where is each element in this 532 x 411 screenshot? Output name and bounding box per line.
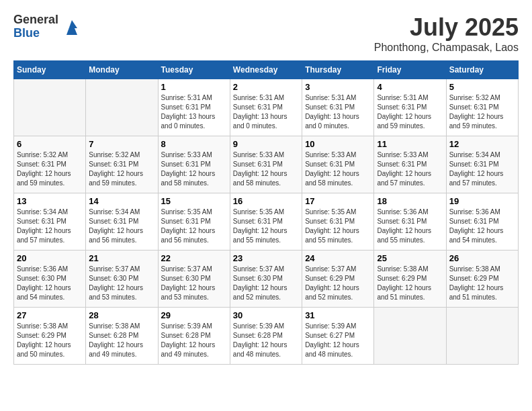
day-info: Sunrise: 5:37 AMSunset: 6:29 PMDaylight:…: [305, 265, 371, 302]
calendar-cell: 16Sunrise: 5:35 AMSunset: 6:31 PMDayligh…: [230, 193, 302, 250]
day-info: Sunrise: 5:36 AMSunset: 6:31 PMDaylight:…: [449, 208, 515, 245]
calendar-cell: 27Sunrise: 5:38 AMSunset: 6:29 PMDayligh…: [14, 308, 86, 365]
day-number: 22: [161, 253, 227, 263]
day-number: 4: [377, 82, 443, 92]
day-number: 8: [161, 139, 227, 149]
calendar-cell: 9Sunrise: 5:33 AMSunset: 6:31 PMDaylight…: [230, 136, 302, 193]
day-info: Sunrise: 5:35 AMSunset: 6:31 PMDaylight:…: [233, 208, 299, 245]
day-number: 24: [305, 253, 371, 263]
day-info: Sunrise: 5:31 AMSunset: 6:31 PMDaylight:…: [161, 93, 227, 131]
day-info: Sunrise: 5:34 AMSunset: 6:31 PMDaylight:…: [17, 208, 83, 245]
day-info: Sunrise: 5:31 AMSunset: 6:31 PMDaylight:…: [377, 93, 443, 131]
calendar-cell: [86, 79, 158, 136]
calendar-cell: 24Sunrise: 5:37 AMSunset: 6:29 PMDayligh…: [302, 250, 374, 308]
calendar-header-row: Sunday Monday Tuesday Wednesday Thursday…: [14, 61, 519, 79]
day-number: 29: [161, 310, 227, 320]
calendar-cell: 4Sunrise: 5:31 AMSunset: 6:31 PMDaylight…: [374, 79, 446, 136]
day-number: 17: [305, 196, 371, 206]
logo-general: General: [13, 13, 58, 27]
day-number: 18: [377, 196, 443, 206]
day-info: Sunrise: 5:31 AMSunset: 6:31 PMDaylight:…: [233, 93, 299, 131]
day-info: Sunrise: 5:39 AMSunset: 6:27 PMDaylight:…: [305, 322, 371, 359]
calendar-cell: 18Sunrise: 5:36 AMSunset: 6:31 PMDayligh…: [374, 193, 446, 250]
calendar-cell: [374, 308, 446, 365]
col-wednesday: Wednesday: [230, 61, 302, 79]
calendar-cell: 7Sunrise: 5:32 AMSunset: 6:31 PMDaylight…: [86, 136, 158, 193]
day-number: 5: [449, 82, 515, 92]
calendar-cell: 2Sunrise: 5:31 AMSunset: 6:31 PMDaylight…: [230, 79, 302, 136]
calendar-cell: 26Sunrise: 5:38 AMSunset: 6:29 PMDayligh…: [446, 250, 518, 308]
day-number: 23: [233, 253, 299, 263]
title-section: July 2025 Phonthong, Champasak, Laos: [374, 13, 519, 54]
day-number: 6: [17, 139, 83, 149]
calendar-week-2: 6Sunrise: 5:32 AMSunset: 6:31 PMDaylight…: [14, 136, 519, 193]
calendar-cell: 5Sunrise: 5:32 AMSunset: 6:31 PMDaylight…: [446, 79, 518, 136]
calendar-cell: 6Sunrise: 5:32 AMSunset: 6:31 PMDaylight…: [14, 136, 86, 193]
day-info: Sunrise: 5:38 AMSunset: 6:29 PMDaylight:…: [449, 265, 515, 302]
day-number: 9: [233, 139, 299, 149]
day-info: Sunrise: 5:38 AMSunset: 6:28 PMDaylight:…: [89, 322, 154, 359]
calendar-cell: 13Sunrise: 5:34 AMSunset: 6:31 PMDayligh…: [14, 193, 86, 250]
day-number: 1: [161, 82, 227, 92]
day-info: Sunrise: 5:33 AMSunset: 6:31 PMDaylight:…: [305, 150, 371, 188]
day-info: Sunrise: 5:38 AMSunset: 6:29 PMDaylight:…: [377, 265, 443, 302]
calendar-table: Sunday Monday Tuesday Wednesday Thursday…: [13, 60, 519, 365]
logo-icon: [61, 16, 83, 38]
calendar-cell: 3Sunrise: 5:31 AMSunset: 6:31 PMDaylight…: [302, 79, 374, 136]
calendar-week-4: 20Sunrise: 5:36 AMSunset: 6:30 PMDayligh…: [14, 250, 519, 308]
calendar-cell: 23Sunrise: 5:37 AMSunset: 6:30 PMDayligh…: [230, 250, 302, 308]
month-title: July 2025: [374, 13, 519, 42]
day-number: 14: [89, 196, 154, 206]
day-info: Sunrise: 5:36 AMSunset: 6:31 PMDaylight:…: [377, 208, 443, 245]
day-number: 13: [17, 196, 83, 206]
calendar-cell: 29Sunrise: 5:39 AMSunset: 6:28 PMDayligh…: [158, 308, 230, 365]
calendar-cell: 10Sunrise: 5:33 AMSunset: 6:31 PMDayligh…: [302, 136, 374, 193]
calendar-cell: 17Sunrise: 5:35 AMSunset: 6:31 PMDayligh…: [302, 193, 374, 250]
day-info: Sunrise: 5:32 AMSunset: 6:31 PMDaylight:…: [17, 150, 83, 188]
day-info: Sunrise: 5:35 AMSunset: 6:31 PMDaylight:…: [305, 208, 371, 245]
calendar-cell: 14Sunrise: 5:34 AMSunset: 6:31 PMDayligh…: [86, 193, 158, 250]
calendar-cell: 30Sunrise: 5:39 AMSunset: 6:28 PMDayligh…: [230, 308, 302, 365]
calendar-cell: 1Sunrise: 5:31 AMSunset: 6:31 PMDaylight…: [158, 79, 230, 136]
day-number: 30: [233, 310, 299, 320]
day-info: Sunrise: 5:39 AMSunset: 6:28 PMDaylight:…: [161, 322, 227, 359]
day-number: 3: [305, 82, 371, 92]
day-number: 15: [161, 196, 227, 206]
day-number: 27: [17, 310, 83, 320]
day-number: 21: [89, 253, 154, 263]
col-saturday: Saturday: [446, 61, 518, 79]
calendar-cell: [14, 79, 86, 136]
page-header: General Blue July 2025 Phonthong, Champa…: [13, 13, 519, 54]
location: Phonthong, Champasak, Laos: [374, 42, 519, 54]
calendar-cell: 25Sunrise: 5:38 AMSunset: 6:29 PMDayligh…: [374, 250, 446, 308]
day-number: 16: [233, 196, 299, 206]
day-number: 11: [377, 139, 443, 149]
day-number: 20: [17, 253, 83, 263]
day-info: Sunrise: 5:37 AMSunset: 6:30 PMDaylight:…: [161, 265, 227, 302]
calendar-cell: 11Sunrise: 5:33 AMSunset: 6:31 PMDayligh…: [374, 136, 446, 193]
day-info: Sunrise: 5:35 AMSunset: 6:31 PMDaylight:…: [161, 208, 227, 245]
calendar-cell: 28Sunrise: 5:38 AMSunset: 6:28 PMDayligh…: [86, 308, 158, 365]
day-number: 12: [449, 139, 515, 149]
day-info: Sunrise: 5:32 AMSunset: 6:31 PMDaylight:…: [89, 150, 154, 188]
day-number: 31: [305, 310, 371, 320]
col-thursday: Thursday: [302, 61, 374, 79]
day-info: Sunrise: 5:34 AMSunset: 6:31 PMDaylight:…: [449, 150, 515, 188]
day-info: Sunrise: 5:33 AMSunset: 6:31 PMDaylight:…: [377, 150, 443, 188]
day-number: 26: [449, 253, 515, 263]
calendar-cell: 31Sunrise: 5:39 AMSunset: 6:27 PMDayligh…: [302, 308, 374, 365]
day-info: Sunrise: 5:37 AMSunset: 6:30 PMDaylight:…: [89, 265, 154, 302]
logo-text: General Blue: [13, 13, 58, 40]
day-number: 28: [89, 310, 154, 320]
day-info: Sunrise: 5:39 AMSunset: 6:28 PMDaylight:…: [233, 322, 299, 359]
calendar-week-3: 13Sunrise: 5:34 AMSunset: 6:31 PMDayligh…: [14, 193, 519, 250]
col-tuesday: Tuesday: [158, 61, 230, 79]
day-info: Sunrise: 5:38 AMSunset: 6:29 PMDaylight:…: [17, 322, 83, 359]
day-info: Sunrise: 5:31 AMSunset: 6:31 PMDaylight:…: [305, 93, 371, 131]
day-number: 19: [449, 196, 515, 206]
logo: General Blue: [13, 13, 83, 40]
calendar-week-5: 27Sunrise: 5:38 AMSunset: 6:29 PMDayligh…: [14, 308, 519, 365]
day-info: Sunrise: 5:37 AMSunset: 6:30 PMDaylight:…: [233, 265, 299, 302]
day-info: Sunrise: 5:36 AMSunset: 6:30 PMDaylight:…: [17, 265, 83, 302]
day-info: Sunrise: 5:33 AMSunset: 6:31 PMDaylight:…: [161, 150, 227, 188]
